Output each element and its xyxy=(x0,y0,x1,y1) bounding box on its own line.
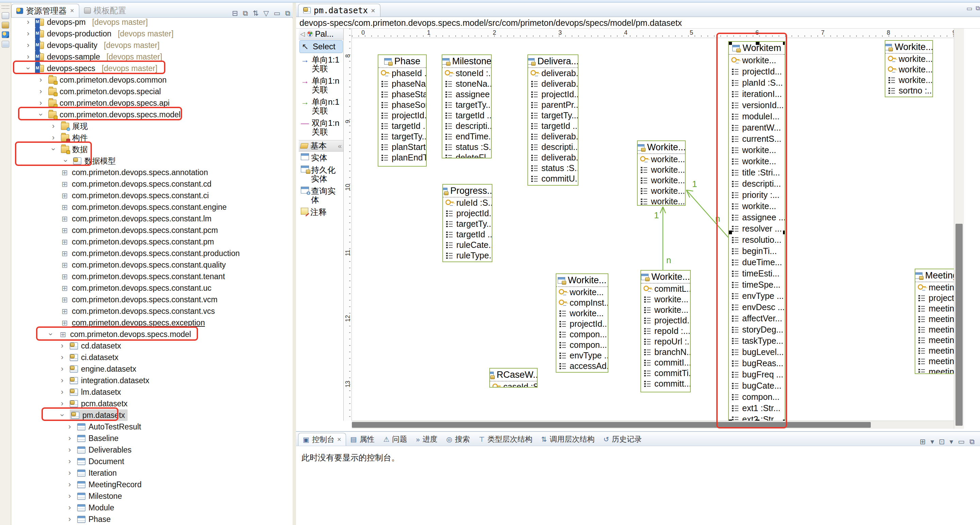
entity-Meeting[interactable]: Meeting...meeting...projectId...meeting.… xyxy=(915,269,954,374)
entity-field[interactable]: meeting... xyxy=(915,356,954,366)
tree-item-com.primeton.devops.specs.constant.vcm[interactable]: ⊞com.primeton.devops.specs.constant.vcm xyxy=(11,294,293,305)
expand-arrow-icon[interactable]: › xyxy=(52,132,54,143)
collapse-arrow-icon[interactable]: › xyxy=(35,113,47,116)
diagram-canvas[interactable]: 1n1nPhasephaseId ...phaseNa...phaseSta..… xyxy=(352,38,954,420)
entity-field[interactable]: phaseNa... xyxy=(379,79,426,89)
entity-field[interactable]: storyDeg... xyxy=(729,324,785,335)
entity-field[interactable]: ruleId :S... xyxy=(443,198,492,208)
tree-item-Document[interactable]: ›Document xyxy=(11,456,293,467)
entity-field[interactable]: deliverab... xyxy=(528,79,578,89)
console-tab-问题[interactable]: ⚠问题 xyxy=(379,433,412,446)
layout-view-icon[interactable] xyxy=(2,41,9,48)
entity-field[interactable]: commitTi... xyxy=(641,368,690,379)
entity-field[interactable]: workite... xyxy=(638,186,685,196)
entity-field[interactable]: affectVer... xyxy=(729,313,785,324)
expand-arrow-icon[interactable]: › xyxy=(68,514,71,525)
tree-item-devops-quality[interactable]: ›devops-quality[devops master] xyxy=(11,40,293,51)
collapse-arrow-icon[interactable]: › xyxy=(22,67,34,69)
expand-arrow-icon[interactable]: › xyxy=(61,363,63,375)
collapse-all-icon[interactable]: ⊟ xyxy=(230,9,240,17)
entity-field[interactable]: meeting... xyxy=(915,366,954,374)
palette-tool-双向1:n-关联[interactable]: —双向1:n 关联 xyxy=(299,117,343,138)
selection-handle[interactable] xyxy=(728,230,732,234)
console-tab-close-icon[interactable]: × xyxy=(337,436,341,443)
entity-field[interactable]: workite... xyxy=(729,144,785,156)
entity-field[interactable]: workite... xyxy=(556,308,608,319)
entity-field[interactable]: descripti... xyxy=(528,142,578,152)
entity-field[interactable]: workite... xyxy=(885,75,932,86)
entity-Progress[interactable]: Progress...ruleId :S...projectId...targe… xyxy=(442,184,492,262)
association-connector[interactable]: 1n xyxy=(686,179,728,237)
entity-field[interactable]: envType ... xyxy=(729,290,785,301)
tree-item-devops-specs[interactable]: ›devops-specs[devops master] xyxy=(11,63,293,74)
entity-field[interactable]: commitL... xyxy=(641,284,690,294)
entity-field[interactable]: workite... xyxy=(641,294,690,305)
entity-field[interactable]: assignee ... xyxy=(442,89,491,100)
entity-field[interactable]: title :Stri... xyxy=(729,167,785,178)
tree-item-com.primeton.devops.specs.constant.pm[interactable]: ⊞com.primeton.devops.specs.constant.pm xyxy=(11,236,293,247)
entity-field[interactable]: stoneNa... xyxy=(442,79,491,89)
database-explorer-icon[interactable] xyxy=(2,22,9,29)
selection-handle[interactable] xyxy=(728,41,732,45)
entity-field[interactable]: bugCate... xyxy=(729,380,785,391)
selection-handle[interactable] xyxy=(756,41,759,45)
expand-arrow-icon[interactable]: › xyxy=(27,28,29,40)
entity-field[interactable]: versionId... xyxy=(729,100,785,111)
entity-field[interactable]: meeting... xyxy=(915,303,954,314)
selection-handle[interactable] xyxy=(783,420,785,420)
collapse-arrow-icon[interactable]: › xyxy=(45,333,56,335)
tree-item-数据[interactable]: ›数据 xyxy=(11,143,293,155)
palette-tool-单向n:1-关联[interactable]: →单向n:1 关联 xyxy=(299,96,343,117)
canvas-hscrollbar[interactable] xyxy=(352,420,954,429)
entity-field[interactable]: resolver ... xyxy=(729,223,785,234)
collapse-arrow-icon[interactable]: › xyxy=(56,414,68,416)
explorer-tab-resource-manager[interactable]: 资源管理器× xyxy=(11,4,79,17)
tree-item-pm.datasetx[interactable]: ›pm.datasetx xyxy=(11,409,293,421)
palette-item-查询实体[interactable]: 查询实体 xyxy=(299,185,343,206)
pin-icon[interactable]: « xyxy=(338,142,342,150)
expand-arrow-icon[interactable]: › xyxy=(61,398,63,409)
entity-field[interactable]: targetTy... xyxy=(443,219,492,229)
entity-field[interactable]: targetTy... xyxy=(442,100,491,110)
entity-field[interactable]: workite... xyxy=(638,154,685,165)
tree-item-构件[interactable]: ›构件 xyxy=(11,132,293,143)
entity-field[interactable]: targetId ... xyxy=(379,121,426,131)
entity-field[interactable]: deliverab... xyxy=(528,68,578,79)
entity-field[interactable]: accessAd... xyxy=(556,361,608,371)
sort-icon[interactable]: ⇅ xyxy=(250,9,261,17)
entity-field[interactable]: currentS... xyxy=(729,133,785,144)
console-tab-属性[interactable]: ▤属性 xyxy=(346,433,379,446)
entity-field[interactable]: projectId... xyxy=(556,319,608,329)
tab-close-icon[interactable]: × xyxy=(70,7,74,14)
entity-field[interactable]: projectId... xyxy=(915,293,954,303)
entity-field[interactable]: bugFreq ... xyxy=(729,369,785,380)
console-tab-进度[interactable]: »进度 xyxy=(411,433,442,446)
entity-field[interactable]: parentW... xyxy=(729,122,785,133)
minimize-view-icon[interactable]: ▭ xyxy=(271,9,283,17)
selection-handle[interactable] xyxy=(783,230,785,234)
entity-field[interactable]: ruleType... xyxy=(443,250,492,261)
entity-Milestone[interactable]: MilestonestoneId :...stoneNa...assignee … xyxy=(442,54,492,159)
entity-field[interactable]: targetId ... xyxy=(443,229,492,240)
entity-field[interactable]: resolutio... xyxy=(729,234,785,246)
palette-tool-单向1:n-关联[interactable]: →单向1:n 关联 xyxy=(299,75,343,96)
entity-field[interactable]: committ... xyxy=(641,379,690,389)
entity-field[interactable]: branchN... xyxy=(641,347,690,357)
expand-arrow-icon[interactable]: › xyxy=(68,444,71,456)
maximize-view-icon[interactable]: ⧉ xyxy=(283,9,293,17)
selection-handle[interactable] xyxy=(728,420,732,420)
tree-item-com.primeton.devops.specs.constant.engine[interactable]: ⊞com.primeton.devops.specs.constant.engi… xyxy=(11,201,293,213)
tree-item-Phase[interactable]: ›Phase xyxy=(11,514,293,525)
tree-item-pcm.datasetx[interactable]: ›pcm.datasetx xyxy=(11,398,293,409)
entity-field[interactable]: targetId ... xyxy=(528,121,578,131)
palette-item-实体[interactable]: 实体 xyxy=(299,152,343,164)
entity-field[interactable]: targetId ... xyxy=(442,110,491,121)
entity-field[interactable]: workite... xyxy=(638,196,685,206)
console-tab-调用层次结构[interactable]: ⇅调用层次结构 xyxy=(537,433,599,446)
tree-item-com.primeton.devops.specs.constant.vcs[interactable]: ⊞com.primeton.devops.specs.constant.vcs xyxy=(11,305,293,317)
entity-Workite[interactable]: Workite...commitL...workite...workite...… xyxy=(640,270,691,392)
tree-item-Baseline[interactable]: ›Baseline xyxy=(11,433,293,444)
tree-item-com.primeton.devops.specs.constant.ci[interactable]: ⊞com.primeton.devops.specs.constant.ci xyxy=(11,190,293,201)
entity-field[interactable]: envType ... xyxy=(556,350,608,361)
editor-tab-pm-datasetx[interactable]: pm.datasetx × xyxy=(298,4,380,17)
